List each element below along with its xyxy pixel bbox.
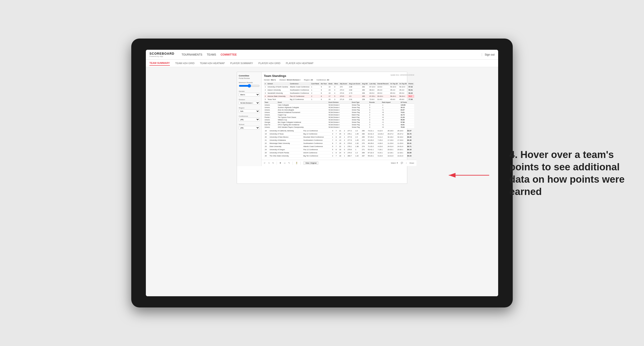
report-container: Committee Portal Review Minimum Rounds G… xyxy=(237,72,407,184)
school-label: School xyxy=(239,124,260,126)
tooltip-row: Georgia Ben Hogan Collegiate Invitationa… xyxy=(264,121,414,124)
logo-sub: Powered by clipp xyxy=(150,55,174,57)
nav-teams[interactable]: TEAMS xyxy=(207,52,216,57)
table-row[interactable]: 18 University of California, Berkeley Pa… xyxy=(264,129,414,133)
share-button[interactable]: Share xyxy=(409,162,414,164)
tooltip-col-rank-impact: Rank Impact xyxy=(381,101,400,104)
tooltip-row: Univers National Invitational Tournament… xyxy=(264,111,414,114)
gender-filter: Gender: Men's xyxy=(264,79,276,81)
subnav-team-h2h-heatmap[interactable]: TEAM H2H HEATMAP xyxy=(200,61,225,65)
report-header: Team Standings Update time: 13/03/2024 1… xyxy=(264,74,414,78)
view-original-button[interactable]: View: Original xyxy=(304,161,318,165)
redo-button[interactable]: ↪ xyxy=(268,162,270,164)
min-rounds-input[interactable] xyxy=(239,84,260,88)
update-time: Update time: 13/03/2024 10:03:42 xyxy=(390,74,414,76)
division-label: Division xyxy=(239,99,260,101)
col-conf-rank: Conf Rank xyxy=(310,82,320,85)
nav-links: TOURNAMENTS TEAMS COMMITTEE xyxy=(182,52,476,57)
tooltip-row: Univers Williams Cup NCAA Division I Str… xyxy=(264,119,414,121)
watch-button[interactable]: Watch ▼ xyxy=(391,162,398,164)
table-row[interactable]: 1 University of North Carolina Atlantic … xyxy=(264,85,414,89)
table-row[interactable]: 21 University of Alabama Southeastern Co… xyxy=(264,139,414,142)
report-sidebar: Committee Portal Review Minimum Rounds G… xyxy=(237,72,262,166)
table-row[interactable]: 2 Auburn University Southeastern Confere… xyxy=(264,89,414,92)
tooltip-row: Univers Amer An Intercollegiate NCAA Div… xyxy=(264,109,414,111)
comment-button[interactable]: 💬 xyxy=(401,162,403,164)
sign-out-button[interactable]: Sign out xyxy=(482,53,494,56)
report-title: Team Standings xyxy=(264,74,286,78)
region-select[interactable]: N/A xyxy=(239,109,260,113)
division-filter: Division: NCAA Division I xyxy=(280,79,300,81)
subnav-team-summary[interactable]: TEAM SUMMARY xyxy=(150,61,170,66)
conference-select[interactable]: (All) xyxy=(239,118,260,121)
table-row[interactable]: 4 Arizona State University Pac-12 Confer… xyxy=(264,95,414,98)
logo-text: SCOREBOARD xyxy=(150,52,174,55)
table-row[interactable]: 22 Mississippi State University Southeas… xyxy=(264,142,414,145)
subnav-player-summary[interactable]: PLAYER SUMMARY xyxy=(230,61,253,65)
gender-select[interactable]: Men's xyxy=(239,93,260,96)
table-row[interactable]: 3 Vanderbilt University Southeastern Con… xyxy=(264,92,414,95)
table-row[interactable]: 25 University of North Florida ASUN Conf… xyxy=(264,151,414,154)
col-conference: Conference xyxy=(289,82,310,85)
col-vs25: Vs Top 25 xyxy=(389,82,398,85)
zoom-in-button[interactable]: ✚ xyxy=(280,162,281,164)
report-main: Team Standings Update time: 13/03/2024 1… xyxy=(262,72,416,160)
report-toolbar: ↩ ↪ ↻ ✚ ▭ ✎ ⏳ View: Original xyxy=(262,160,416,166)
tooltip-row: Univers Cabo Collegiate NCAA Division I … xyxy=(264,104,414,106)
toolbar-divider-3 xyxy=(300,162,301,165)
table-row[interactable]: 23 Duke University Atlantic Coast Confer… xyxy=(264,145,414,148)
tablet-screen: SCOREBOARD Powered by clipp TOURNAMENTS … xyxy=(146,50,498,296)
tooltip-row: East Ter OFCC Fighting Illini Invitation… xyxy=(264,124,414,126)
col-wins: Wins xyxy=(334,82,339,85)
conference-section: Conference (All) xyxy=(239,115,260,121)
table-row[interactable]: 24 University of Oregon Pac-12 Conferenc… xyxy=(264,148,414,151)
red-arrow-svg xyxy=(446,171,492,180)
tooltip-col-event: Event xyxy=(277,101,328,104)
undo-button[interactable]: ↩ xyxy=(264,162,266,164)
table-row[interactable]: 20 University of New Mexico Mountain Wes… xyxy=(264,136,414,139)
col-school: School xyxy=(266,82,289,85)
table-row[interactable]: 19 University of Texas Big 12 Conference… xyxy=(264,133,414,136)
subnav-team-h2h-grid[interactable]: TEAM H2H GRID xyxy=(175,61,194,65)
col-bnds: Bnds xyxy=(328,82,334,85)
region-section: Region N/A xyxy=(239,107,260,113)
navbar: SCOREBOARD Powered by clipp TOURNAMENTS … xyxy=(146,50,498,60)
col-low-adj: Low Adj xyxy=(369,82,376,85)
refresh-button[interactable]: ↻ xyxy=(272,162,274,164)
nav-committee[interactable]: COMMITTEE xyxy=(220,52,237,57)
nav-tournaments[interactable]: TOURNAMENTS xyxy=(182,52,202,57)
school-select[interactable]: (All) xyxy=(239,126,260,130)
gender-label: Gender xyxy=(239,90,260,92)
logo-area: SCOREBOARD Powered by clipp xyxy=(150,52,174,57)
tooltip-col-division: Event Division xyxy=(328,101,351,104)
col-avg-low: Avg Low Score xyxy=(348,82,361,85)
subnav-player-h2h-grid[interactable]: PLAYER H2H GRID xyxy=(258,61,280,65)
report-layout: Committee Portal Review Minimum Rounds G… xyxy=(237,72,407,166)
lower-standings-table: 18 University of California, Berkeley Pa… xyxy=(264,129,414,158)
tooltip-row: Univers Copper Cup NCAA Division I Match… xyxy=(264,114,414,116)
tooltip-table: Team Event Event Division Event Type Rou… xyxy=(264,101,414,128)
clock-button[interactable]: ⏳ xyxy=(296,162,298,164)
conference-label: Conference xyxy=(239,115,260,117)
sidebar-title: Committee xyxy=(239,75,260,77)
subnav: TEAM SUMMARY TEAM H2H GRID TEAM H2H HEAT… xyxy=(146,60,498,67)
gender-section: Gender Men's xyxy=(239,90,260,96)
subnav-player-h2h-heatmap[interactable]: PLAYER H2H HEATMAP xyxy=(286,61,314,65)
col-points: Points xyxy=(408,82,414,85)
col-overall: Overall Record xyxy=(376,82,390,85)
division-select[interactable]: NCAA Division I xyxy=(239,101,260,105)
tooltip-col-team: Team xyxy=(264,101,277,104)
col-rank: # xyxy=(264,82,266,85)
resize-button[interactable]: ↕ xyxy=(406,162,406,164)
table-row[interactable]: 5 Texas Tech Big 12 Conference 1 9 20 3 … xyxy=(264,98,414,101)
report-filters: Gender: Men's Division: NCAA Division I … xyxy=(264,79,414,81)
table-row[interactable]: 26 The Ohio State University Big Ten Con… xyxy=(264,154,414,158)
col-adj-score: Adj Score xyxy=(339,82,348,85)
school-section: School (All) xyxy=(239,124,260,130)
pen-button[interactable]: ✎ xyxy=(288,162,290,164)
annotation-container: 4. Hover over a team's points to see add… xyxy=(509,148,630,198)
col-vs50: Vs Top 50 xyxy=(398,82,408,85)
annotation-text: 4. Hover over a team's points to see add… xyxy=(509,148,630,198)
copy-button[interactable]: ▭ xyxy=(284,162,286,164)
tooltip-row: Univers 2023 Sahalee Players Championshi… xyxy=(264,126,414,128)
